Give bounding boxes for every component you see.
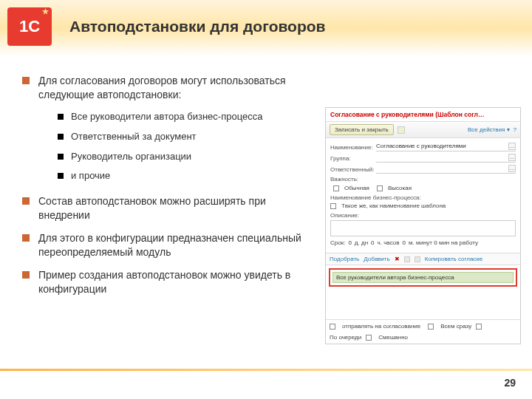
bullet-text: Состав автоподстановок можно расширять п… (38, 194, 310, 222)
deadline-min: 0 (403, 239, 406, 246)
app-footer: отправлять на согласование Всем сразу По… (326, 319, 520, 344)
app-window-title: Согласование с руководителями (Шаблон со… (326, 108, 520, 121)
bullet-marker-icon (22, 271, 30, 279)
save-close-button[interactable]: Записать и закрыть (330, 124, 394, 135)
sub-bullet-text: Руководитель организации (71, 151, 310, 163)
label-due: Важность: (330, 176, 373, 183)
sub-bullet-text: и прочие (71, 170, 310, 183)
label-proc-name: Наименование бизнес-процесса: (330, 194, 516, 201)
add-button[interactable]: Добавить (364, 256, 389, 262)
move-down-icon[interactable] (415, 256, 420, 262)
footer-check[interactable] (330, 324, 335, 330)
picker-icon[interactable]: … (508, 143, 516, 150)
label-description: Описание: (330, 212, 516, 219)
footer-opt3: Смешанно (378, 334, 408, 341)
deadline-hours: 0 (371, 239, 374, 246)
group-field[interactable]: … (376, 154, 516, 163)
bullet-text: Для этого в конфигурации предназначен сп… (38, 231, 310, 259)
deadline-min-lbl: м. минут 0 мин на работу (409, 239, 478, 246)
same-name-label: Такое же, как наименование шаблона (341, 202, 446, 209)
list-toolbar: Подобрать Добавить ✖ Копировать согласие (326, 253, 520, 265)
bullet-marker-icon (22, 77, 30, 84)
save-icon[interactable] (398, 126, 405, 134)
footer-accent-line (0, 369, 532, 371)
logo-1c: 1C ★ (7, 7, 52, 46)
footer-check-label: отправлять на согласование (342, 323, 420, 330)
deadline-hours-lbl: ч. часов (378, 239, 400, 246)
footer-radio-3[interactable] (366, 335, 372, 341)
logo-text: 1C (19, 17, 40, 36)
deadline-days: 0 (348, 239, 351, 246)
description-textarea[interactable] (330, 220, 516, 236)
opt-normal: Обычная (344, 185, 369, 191)
bullet-text: Пример создания автоподстановок можно ув… (38, 268, 310, 296)
deadline-days-lbl: д. дн (355, 239, 368, 246)
sub-bullet-item: Ответственный за документ (58, 131, 310, 143)
sub-bullet-list: Все руководители автора бизнес-процесса … (58, 111, 310, 183)
help-icon[interactable]: ? (514, 126, 516, 133)
app-window: Согласование с руководителями (Шаблон со… (325, 107, 521, 344)
name-field[interactable]: Согласование с руководителями… (376, 143, 516, 151)
sub-bullet-item: Руководитель организации (58, 151, 310, 163)
label-name: Наименование: (330, 144, 373, 151)
all-actions-link[interactable]: Все действия ▾ (468, 126, 510, 133)
picker-icon[interactable]: … (508, 154, 516, 161)
select-button[interactable]: Подобрать (330, 256, 359, 262)
responsible-field[interactable]: … (376, 165, 516, 174)
opt-high: Высокая (388, 185, 412, 191)
label-group: Группа: (330, 155, 373, 162)
page-number: 29 (504, 377, 516, 389)
deadline-label: Срок: (330, 239, 345, 246)
slide-content: Для согласования договоров могут использ… (22, 74, 310, 305)
sub-bullet-marker-icon (58, 134, 64, 140)
delete-button[interactable]: ✖ (395, 256, 400, 262)
sub-bullet-marker-icon (58, 173, 64, 179)
highlighted-block: Все руководители автора бизнес-процесса (329, 268, 517, 287)
sub-bullet-text: Ответственный за документ (71, 131, 310, 143)
bullet-text: Для согласования договоров могут использ… (38, 74, 310, 102)
move-up-icon[interactable] (404, 256, 410, 262)
sub-bullet-text: Все руководители автора бизнес-процесса (71, 111, 310, 123)
sub-bullet-item: Все руководители автора бизнес-процесса (58, 111, 310, 123)
footer-radio-2[interactable] (476, 324, 482, 330)
highlighted-row[interactable]: Все руководители автора бизнес-процесса (332, 272, 514, 283)
radio-high[interactable] (377, 185, 383, 191)
picker-icon[interactable]: … (508, 165, 516, 172)
same-name-check[interactable] (330, 203, 336, 209)
sub-bullet-marker-icon (58, 114, 64, 120)
bullet-item: Пример создания автоподстановок можно ув… (22, 268, 310, 296)
logo-star-icon: ★ (42, 7, 49, 16)
app-body: Наименование: Согласование с руководител… (326, 138, 520, 253)
sub-bullet-marker-icon (58, 154, 64, 160)
app-toolbar: Записать и закрыть Все действия ▾ ? (326, 121, 520, 138)
bullet-marker-icon (22, 197, 30, 205)
footer-radio-1[interactable] (428, 324, 434, 330)
radio-normal[interactable] (333, 185, 339, 191)
sub-bullet-item: и прочие (58, 170, 310, 183)
label-responsible: Ответственный: (330, 166, 373, 173)
footer-opt1: Всем сразу (440, 323, 471, 330)
bullet-marker-icon (22, 234, 30, 242)
copy-button[interactable]: Копировать согласие (425, 256, 483, 262)
slide-title: Автоподстановки для договоров (69, 18, 325, 35)
bullet-item: Для согласования договоров могут использ… (22, 74, 310, 102)
footer-opt2: По очереди (330, 334, 361, 341)
bullet-item: Для этого в конфигурации предназначен сп… (22, 231, 310, 259)
bullet-item: Состав автоподстановок можно расширять п… (22, 194, 310, 222)
